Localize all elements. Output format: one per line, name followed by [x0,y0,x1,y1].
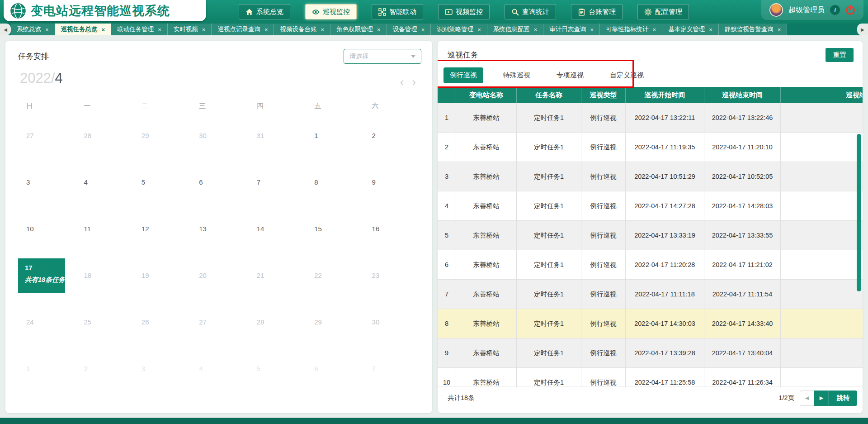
calendar-day-6[interactable]: 6 [191,159,248,205]
type-tab-专项巡视[interactable]: 专项巡视 [550,67,590,83]
tab-实时视频[interactable]: 实时视频× [168,24,212,35]
tab-巡视点记录查询[interactable]: 巡视点记录查询× [212,24,274,35]
calendar-day-7[interactable]: 7 [249,159,306,205]
calendar-day-28[interactable]: 28 [75,112,133,159]
jump-page-button[interactable]: 跳转 [829,391,857,406]
avatar[interactable] [769,3,783,17]
calendar-day-3[interactable]: 3 [18,159,75,205]
type-tab-例行巡视[interactable]: 例行巡视 [443,67,483,83]
power-logout-icon[interactable] [845,5,855,15]
tab-系统信息配置[interactable]: 系统信息配置× [487,24,544,35]
nav-巡视监控[interactable]: 巡视监控 [305,4,357,19]
nav-查询统计[interactable]: 查询统计 [505,4,556,19]
calendar-day-15[interactable]: 15 [306,205,363,252]
table-row[interactable]: 10东善桥站定时任务1例行巡视2022-04-17 11:25:582022-0… [438,368,863,387]
table-row[interactable]: 1东善桥站定时任务1例行巡视2022-04-17 13:22:112022-04… [438,103,863,133]
station-select[interactable]: 请选择 [344,49,421,64]
calendar-day-8[interactable]: 8 [306,159,363,205]
tab-审计日志查询[interactable]: 审计日志查询× [543,24,600,35]
close-icon[interactable]: × [102,26,105,33]
calendar-day-30[interactable]: 30 [364,299,421,345]
info-icon[interactable]: i [830,5,840,15]
calendar-day-1[interactable]: 1 [18,345,75,392]
calendar-day-23[interactable]: 23 [364,252,421,299]
tab-静默监视告警查询[interactable]: 静默监视告警查询× [719,24,788,35]
calendar-day-4[interactable]: 4 [191,345,248,392]
tab-基本定义管理[interactable]: 基本定义管理× [662,24,719,35]
calendar-day-31[interactable]: 31 [249,112,306,159]
user-area[interactable]: 超级管理员 i [761,0,863,20]
tabs-scroll-right-icon[interactable]: ▶ [857,24,868,35]
calendar-day-26[interactable]: 26 [133,299,191,345]
table-row[interactable]: 3东善桥站定时任务1例行巡视2022-04-17 10:51:292022-04… [438,162,863,191]
calendar-day-25[interactable]: 25 [75,299,133,345]
calendar-day-29[interactable]: 29 [306,299,363,345]
table-row[interactable]: 7东善桥站定时任务1例行巡视2022-04-17 11:11:182022-04… [438,280,863,309]
tab-设备管理[interactable]: 设备管理× [387,24,431,35]
close-icon[interactable]: × [421,26,425,33]
calendar-day-5[interactable]: 5 [249,345,306,392]
selected-day-block[interactable]: 17共有18条任务 [18,258,65,293]
tab-可靠性指标统计[interactable]: 可靠性指标统计× [600,24,662,35]
tab-角色权限管理[interactable]: 角色权限管理× [330,24,387,35]
calendar-day-9[interactable]: 9 [364,159,421,205]
calendar-day-18[interactable]: 18 [75,252,133,299]
close-icon[interactable]: × [709,26,712,33]
close-icon[interactable]: × [321,26,324,33]
scrollbar-thumb[interactable] [857,134,861,291]
nav-配置管理[interactable]: 配置管理 [637,4,689,19]
calendar-day-30[interactable]: 30 [191,112,248,159]
calendar-day-13[interactable]: 13 [191,205,248,252]
nav-视频监控[interactable]: 视频监控 [438,4,490,19]
type-tab-自定义巡视[interactable]: 自定义巡视 [604,67,650,83]
calendar-day-29[interactable]: 29 [133,112,191,159]
reset-button[interactable]: 重置 [826,48,854,62]
close-icon[interactable]: × [590,26,594,33]
prev-page-icon[interactable]: ◀ [800,391,814,406]
calendar-day-19[interactable]: 19 [133,252,191,299]
calendar-day-27[interactable]: 27 [191,299,248,345]
tab-巡视任务总览[interactable]: 巡视任务总览× [55,24,112,35]
close-icon[interactable]: × [534,26,538,33]
close-icon[interactable]: × [45,26,49,33]
nav-智能联动[interactable]: 智能联动 [372,4,423,19]
calendar-day-4[interactable]: 4 [75,159,133,205]
tab-视频设备台账[interactable]: 视频设备台账× [274,24,330,35]
calendar-day-28[interactable]: 28 [249,299,306,345]
close-icon[interactable]: × [202,26,206,33]
close-icon[interactable]: × [653,26,656,33]
calendar-day-6[interactable]: 6 [306,345,363,392]
calendar-day-3[interactable]: 3 [133,345,191,392]
calendar-day-2[interactable]: 2 [75,345,133,392]
table-row[interactable]: 2东善桥站定时任务1例行巡视2022-04-17 11:19:352022-04… [438,133,863,162]
calendar-day-5[interactable]: 5 [133,159,191,205]
next-page-icon[interactable]: ▶ [814,391,829,406]
table-row[interactable]: 8东善桥站定时任务1例行巡视2022-04-17 14:30:032022-04… [438,309,863,338]
calendar-day-22[interactable]: 22 [306,252,363,299]
close-icon[interactable]: × [158,26,161,33]
tab-联动任务管理[interactable]: 联动任务管理× [111,24,168,35]
calendar-day-24[interactable]: 24 [18,299,75,345]
tab-识别策略管理[interactable]: 识别策略管理× [431,24,487,35]
type-tab-特殊巡视[interactable]: 特殊巡视 [497,67,537,83]
close-icon[interactable]: × [264,26,268,33]
table-row[interactable]: 5东善桥站定时任务1例行巡视2022-04-17 13:33:192022-04… [438,221,863,250]
calendar-prev-icon[interactable]: ‹ [400,77,404,86]
calendar-day-7[interactable]: 7 [364,345,421,392]
calendar-day-20[interactable]: 20 [191,252,248,299]
calendar-next-icon[interactable]: › [412,77,416,86]
calendar-day-12[interactable]: 12 [133,205,191,252]
calendar-day-1[interactable]: 1 [306,112,363,159]
calendar-day-2[interactable]: 2 [364,112,421,159]
calendar-day-21[interactable]: 21 [249,252,306,299]
calendar-day-14[interactable]: 14 [249,205,306,252]
close-icon[interactable]: × [377,26,381,33]
table-row[interactable]: 6东善桥站定时任务1例行巡视2022-04-17 11:20:282022-04… [438,250,863,280]
table-row[interactable]: 4东善桥站定时任务1例行巡视2022-04-17 14:27:282022-04… [438,191,863,221]
calendar-day-27[interactable]: 27 [18,112,75,159]
calendar-day-10[interactable]: 10 [18,205,75,252]
close-icon[interactable]: × [778,26,781,33]
table-row[interactable]: 9东善桥站定时任务1例行巡视2022-04-17 13:39:282022-04… [438,338,863,368]
nav-系统总览[interactable]: 系统总览 [239,4,290,19]
nav-台账管理[interactable]: 台账管理 [571,4,623,19]
